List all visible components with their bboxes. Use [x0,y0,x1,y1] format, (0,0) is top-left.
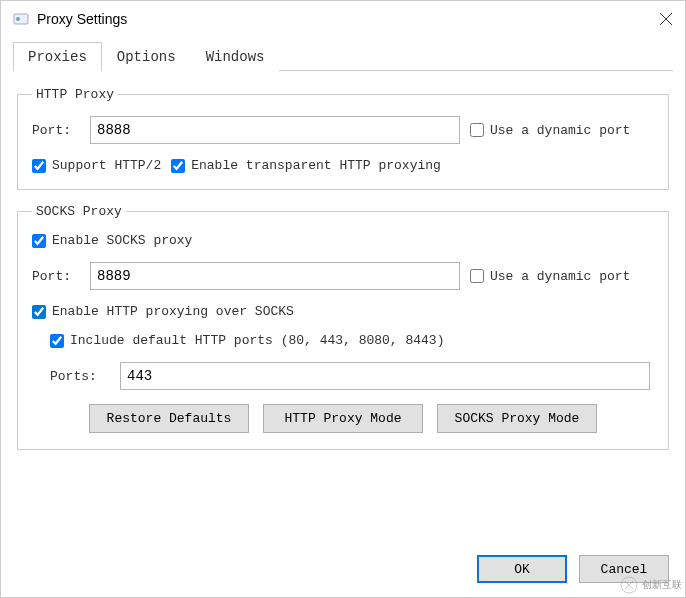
window-title: Proxy Settings [37,11,127,27]
ok-button[interactable]: OK [477,555,567,583]
socks-ports-input[interactable] [120,362,650,390]
enable-socks-label: Enable SOCKS proxy [52,233,192,248]
cancel-button[interactable]: Cancel [579,555,669,583]
titlebar: Proxy Settings [1,1,685,41]
app-icon [13,11,29,27]
socks-proxy-mode-button[interactable]: SOCKS Proxy Mode [437,404,597,433]
tab-proxies[interactable]: Proxies [13,42,102,71]
http-proxy-mode-button[interactable]: HTTP Proxy Mode [263,404,423,433]
http-port-label: Port: [32,123,80,138]
tab-strip: Proxies Options Windows [13,41,673,71]
http-proxy-legend: HTTP Proxy [32,87,118,102]
http-dynamic-port-checkbox[interactable]: Use a dynamic port [470,123,630,138]
support-http2-label: Support HTTP/2 [52,158,161,173]
tab-windows[interactable]: Windows [191,42,280,71]
support-http2-checkbox[interactable]: Support HTTP/2 [32,158,161,173]
socks-proxy-legend: SOCKS Proxy [32,204,126,219]
http-proxy-group: HTTP Proxy Port: Use a dynamic port Supp… [17,87,669,190]
enable-socks-checkbox[interactable]: Enable SOCKS proxy [32,233,192,248]
socks-dynamic-port-checkbox[interactable]: Use a dynamic port [470,269,630,284]
http-port-input[interactable] [90,116,460,144]
socks-dynamic-port-label: Use a dynamic port [490,269,630,284]
enable-http-over-socks-checkbox[interactable]: Enable HTTP proxying over SOCKS [32,304,294,319]
enable-transparent-checkbox[interactable]: Enable transparent HTTP proxying [171,158,441,173]
http-dynamic-port-label: Use a dynamic port [490,123,630,138]
socks-port-input[interactable] [90,262,460,290]
tab-options[interactable]: Options [102,42,191,71]
dialog-footer: OK Cancel [1,545,685,597]
socks-port-label: Port: [32,269,80,284]
include-default-ports-label: Include default HTTP ports (80, 443, 808… [70,333,444,348]
socks-ports-label: Ports: [50,369,110,384]
enable-http-over-socks-label: Enable HTTP proxying over SOCKS [52,304,294,319]
enable-transparent-label: Enable transparent HTTP proxying [191,158,441,173]
socks-proxy-group: SOCKS Proxy Enable SOCKS proxy Port: Use… [17,204,669,450]
svg-point-1 [16,17,20,21]
close-icon[interactable] [659,12,673,26]
include-default-ports-checkbox[interactable]: Include default HTTP ports (80, 443, 808… [50,333,444,348]
restore-defaults-button[interactable]: Restore Defaults [89,404,249,433]
